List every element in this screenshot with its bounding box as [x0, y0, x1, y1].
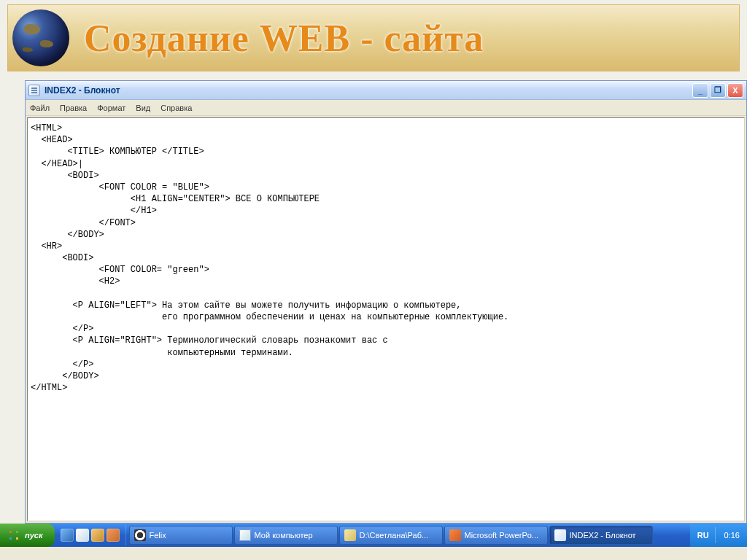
- start-label: пуск: [25, 531, 43, 540]
- taskbar-tasks: Felix Мой компьютер D:\Светлана\Раб... M…: [126, 526, 690, 545]
- task-label: INDEX2 - Блокнот: [570, 531, 636, 540]
- clock[interactable]: 0:16: [724, 531, 740, 540]
- task-item[interactable]: Мой компьютер: [234, 526, 338, 545]
- task-item[interactable]: Microsoft PowerPo...: [444, 526, 548, 545]
- close-button[interactable]: X: [727, 83, 743, 98]
- bottom-strip: [0, 547, 747, 560]
- task-label: Felix: [150, 531, 166, 540]
- menubar: Файл Правка Формат Вид Справка: [26, 100, 746, 116]
- editor-content[interactable]: <HTML> <HEAD> <TITLE> КОМПЬЮТЕР </TITLE>…: [31, 122, 741, 394]
- task-label: Microsoft PowerPo...: [465, 531, 538, 540]
- window-title: INDEX2 - Блокнот: [44, 85, 120, 96]
- titlebar[interactable]: INDEX2 - Блокнот _ ❐ X: [26, 81, 746, 100]
- menu-edit[interactable]: Правка: [60, 104, 87, 112]
- start-button[interactable]: пуск: [0, 524, 55, 547]
- notepad-icon: [28, 85, 40, 96]
- task-item[interactable]: D:\Светлана\Раб...: [339, 526, 443, 545]
- taskbar: пуск Felix Мой компьютер D:\Светлана\Раб…: [0, 524, 747, 547]
- quick-launch-icon[interactable]: [91, 529, 104, 542]
- maximize-button[interactable]: ❐: [710, 83, 726, 98]
- task-item[interactable]: Felix: [129, 526, 233, 545]
- quick-launch-icon[interactable]: [107, 529, 120, 542]
- menu-format[interactable]: Формат: [97, 104, 125, 112]
- task-label: D:\Светлана\Раб...: [360, 531, 429, 540]
- slide-banner: Создание WEB - сайта: [7, 4, 740, 71]
- menu-view[interactable]: Вид: [136, 104, 150, 112]
- menu-file[interactable]: Файл: [30, 104, 50, 112]
- app-icon: [134, 529, 146, 541]
- menu-help[interactable]: Справка: [160, 104, 192, 112]
- app-icon: [239, 529, 251, 541]
- tray-separator: [715, 527, 719, 543]
- app-icon: [449, 529, 461, 541]
- app-icon: [554, 529, 566, 541]
- minimize-button[interactable]: _: [692, 83, 708, 98]
- task-item[interactable]: INDEX2 - Блокнот: [549, 526, 653, 545]
- quick-launch: [55, 525, 126, 545]
- quick-launch-icon[interactable]: [61, 529, 74, 542]
- app-icon: [344, 529, 356, 541]
- system-tray: RU 0:16: [690, 524, 747, 547]
- task-label: Мой компьютер: [255, 531, 313, 540]
- windows-logo-icon: [7, 529, 20, 542]
- text-editor[interactable]: <HTML> <HEAD> <TITLE> КОМПЬЮТЕР </TITLE>…: [27, 117, 745, 521]
- banner-title: Создание WEB - сайта: [84, 17, 484, 60]
- language-indicator[interactable]: RU: [697, 531, 709, 540]
- notepad-window: INDEX2 - Блокнот _ ❐ X Файл Правка Форма…: [25, 80, 747, 524]
- quick-launch-icon[interactable]: [76, 529, 89, 542]
- globe-icon: [12, 9, 69, 66]
